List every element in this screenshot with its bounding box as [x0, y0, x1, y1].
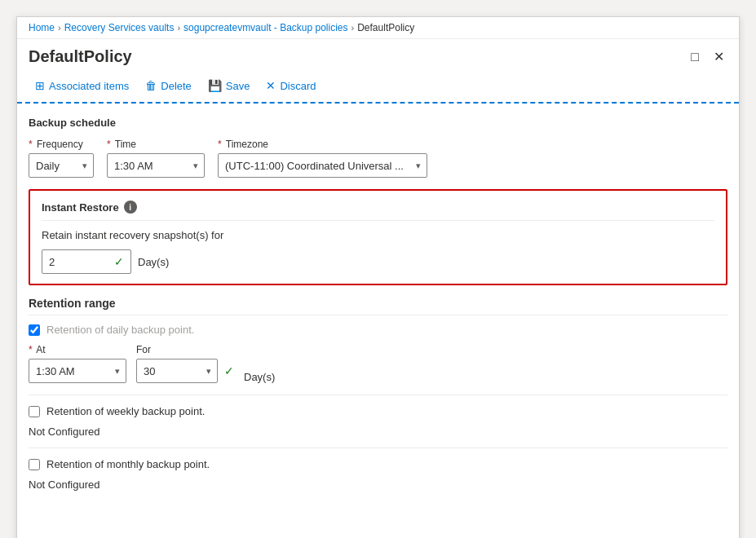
instant-days-label: Day(s): [138, 256, 169, 268]
for-days-label: Day(s): [244, 371, 275, 383]
page-title: DefaultPolicy: [29, 47, 132, 66]
content-area: Backup schedule * Frequency Daily * Time: [17, 104, 739, 538]
timezone-select[interactable]: (UTC-11:00) Coordinated Universal ...: [218, 153, 427, 178]
days-check-icon: ✓: [114, 255, 124, 268]
monthly-checkbox[interactable]: [29, 459, 40, 470]
time-select-wrapper: 1:30 AM: [107, 153, 205, 178]
for-label: For: [136, 344, 234, 355]
for-check-icon: ✓: [224, 364, 234, 377]
monthly-not-configured: Not Configured: [29, 478, 727, 491]
time-select[interactable]: 1:30 AM: [107, 153, 205, 178]
days-input-row: 2 ✓ Day(s): [42, 249, 714, 274]
retention-range-title: Retention range: [29, 297, 727, 315]
weekly-checkbox[interactable]: [29, 406, 40, 417]
toolbar: ⊞ Associated items 🗑 Delete 💾 Save ✕ Dis…: [17, 71, 739, 104]
daily-checkbox-row: Retention of daily backup point.: [29, 324, 727, 336]
frequency-group: * Frequency Daily: [29, 139, 94, 178]
weekly-not-configured: Not Configured: [29, 426, 727, 438]
frequency-required: *: [29, 139, 33, 150]
divider-2: [29, 448, 727, 448]
instant-restore-title: Instant Restore: [42, 201, 119, 214]
at-select-wrapper: 1:30 AM: [29, 359, 126, 383]
instant-restore-box: Instant Restore i Retain instant recover…: [29, 189, 727, 285]
monthly-checkbox-row: Retention of monthly backup point.: [29, 458, 727, 470]
timezone-select-wrapper: (UTC-11:00) Coordinated Universal ...: [218, 153, 427, 178]
discard-button[interactable]: ✕ Discard: [259, 76, 322, 95]
retain-label: Retain instant recovery snapshot(s) for: [42, 229, 714, 241]
breadcrumb-sep-2: ›: [177, 23, 180, 33]
breadcrumb-current: DefaultPolicy: [357, 22, 414, 33]
for-select[interactable]: 30: [136, 359, 218, 383]
breadcrumb-backup-policies[interactable]: sogupcreatevmvault - Backup policies: [183, 22, 347, 33]
time-label: * Time: [107, 139, 205, 150]
delete-label: Delete: [161, 80, 192, 92]
days-value: 2: [49, 256, 55, 268]
timezone-group: * Timezone (UTC-11:00) Coordinated Unive…: [218, 139, 427, 178]
associated-items-button[interactable]: ⊞ Associated items: [29, 76, 135, 95]
at-label: * At: [29, 344, 126, 355]
time-group: * Time 1:30 AM: [107, 139, 205, 178]
breadcrumb-recovery-vaults[interactable]: Recovery Services vaults: [64, 22, 175, 33]
divider-1: [29, 395, 727, 395]
timezone-label: * Timezone: [218, 139, 427, 150]
time-required: *: [107, 139, 111, 150]
timezone-required: *: [218, 139, 222, 150]
breadcrumb-sep-1: ›: [58, 23, 61, 33]
frequency-select-wrapper: Daily: [29, 153, 94, 178]
close-button[interactable]: ✕: [710, 47, 727, 66]
instant-restore-header: Instant Restore i: [42, 201, 714, 221]
frequency-select[interactable]: Daily: [29, 153, 94, 178]
discard-label: Discard: [280, 80, 316, 92]
panel-header: DefaultPolicy □ ✕: [17, 39, 739, 71]
at-select[interactable]: 1:30 AM: [29, 359, 126, 383]
discard-icon: ✕: [266, 79, 276, 92]
breadcrumb-sep-3: ›: [351, 23, 355, 33]
retention-range-section: Retention range Retention of daily backu…: [29, 297, 727, 491]
at-required: *: [29, 344, 33, 355]
backup-schedule-row: * Frequency Daily * Time 1:30 AM: [29, 139, 727, 178]
panel-controls: □ ✕: [687, 47, 727, 66]
weekly-checkbox-row: Retention of weekly backup point.: [29, 405, 727, 417]
save-label: Save: [226, 80, 250, 92]
breadcrumb-home[interactable]: Home: [29, 22, 55, 33]
minimize-button[interactable]: □: [687, 47, 702, 66]
daily-checkbox[interactable]: [29, 324, 40, 336]
daily-checkbox-label: Retention of daily backup point.: [46, 324, 194, 336]
for-select-wrapper: 30: [136, 359, 218, 383]
breadcrumb: Home › Recovery Services vaults › sogupc…: [17, 17, 739, 39]
monthly-checkbox-label: Retention of monthly backup point.: [46, 458, 210, 470]
for-group: For 30 ✓: [136, 344, 234, 383]
associated-items-label: Associated items: [49, 80, 129, 92]
grid-icon: ⊞: [35, 79, 45, 92]
save-icon: 💾: [208, 79, 222, 92]
instant-restore-info-icon[interactable]: i: [124, 201, 137, 214]
delete-icon: 🗑: [145, 79, 157, 92]
at-group: * At 1:30 AM: [29, 344, 126, 383]
delete-button[interactable]: 🗑 Delete: [139, 76, 198, 95]
days-input-container: 2 ✓: [42, 249, 131, 274]
for-input-row: 30 ✓: [136, 359, 234, 383]
save-button[interactable]: 💾 Save: [201, 76, 257, 95]
backup-schedule-title: Backup schedule: [29, 117, 727, 129]
daily-at-for-row: * At 1:30 AM For 30: [29, 344, 727, 383]
frequency-label: * Frequency: [29, 139, 94, 150]
weekly-checkbox-label: Retention of weekly backup point.: [46, 405, 205, 417]
